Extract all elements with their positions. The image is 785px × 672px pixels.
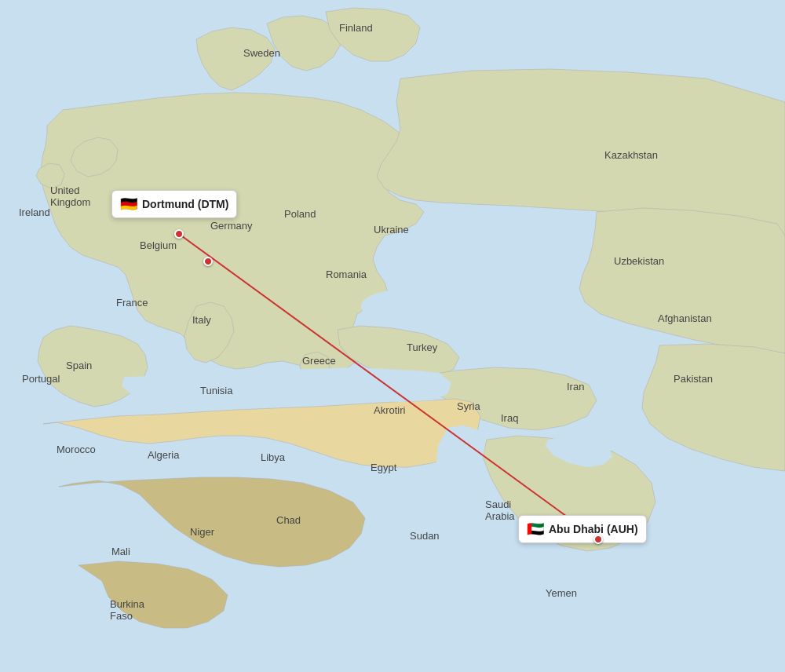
origin-flag: 🇩🇪 xyxy=(120,195,137,213)
destination-flag: 🇦🇪 xyxy=(527,520,544,538)
svg-point-2 xyxy=(361,289,455,323)
origin-label: 🇩🇪 Dortmund (DTM) xyxy=(111,190,237,218)
waypoint-marker xyxy=(203,257,213,266)
origin-dot xyxy=(174,229,184,239)
origin-label-text: Dortmund (DTM) xyxy=(142,198,228,210)
destination-dot xyxy=(593,535,603,544)
svg-point-1 xyxy=(530,228,569,306)
map-svg xyxy=(0,0,785,672)
map-container: Ireland UnitedKingdom Sweden Finland Bel… xyxy=(0,0,785,672)
destination-label: 🇦🇪 Abu Dhabi (AUH) xyxy=(518,515,647,543)
destination-label-text: Abu Dhabi (AUH) xyxy=(549,523,638,535)
